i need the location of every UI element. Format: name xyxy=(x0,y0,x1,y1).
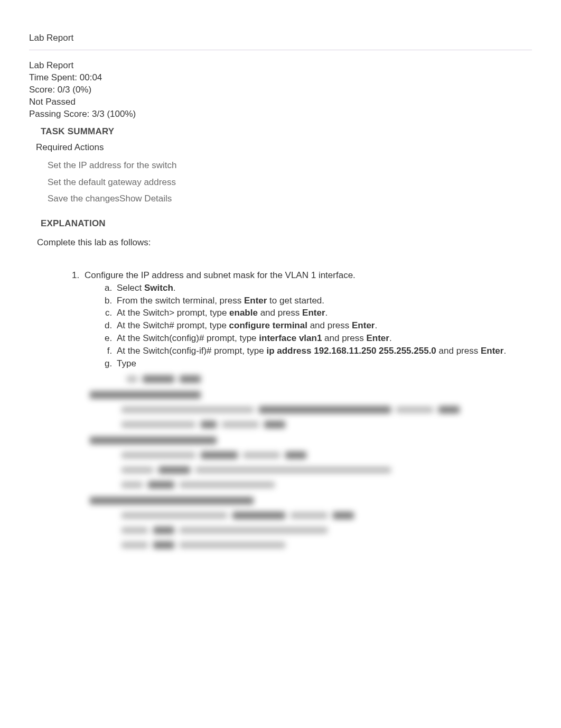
header-block: Lab Report Time Spent: 00:04 Score: 0/3 … xyxy=(29,60,532,121)
time-spent-label: Time Spent: xyxy=(29,72,80,82)
score-label: Score: xyxy=(29,85,58,95)
time-spent: Time Spent: 00:04 xyxy=(29,72,532,84)
steps-list: Configure the IP address and subnet mask… xyxy=(71,269,532,370)
complete-text: Complete this lab as follows: xyxy=(37,236,532,249)
show-details-link[interactable]: Show Details xyxy=(119,193,172,204)
step-1e: At the Switch(config)# prompt, type inte… xyxy=(115,332,532,345)
passing-value: 3/3 (100%) xyxy=(92,109,136,119)
page-title: Lab Report xyxy=(29,32,532,44)
report-title: Lab Report xyxy=(29,60,532,72)
step-1c: At the Switch> prompt, type enable and p… xyxy=(115,307,532,319)
status: Not Passed xyxy=(29,96,532,108)
action-item: Save the changesShow Details xyxy=(48,190,532,207)
actions-list: Set the IP address for the switch Set th… xyxy=(48,157,532,207)
passing-label: Passing Score: xyxy=(29,109,92,119)
step-1d: At the Switch# prompt, type configure te… xyxy=(115,319,532,332)
blurred-content xyxy=(58,373,532,551)
action-item: Set the default gateway address xyxy=(48,174,532,190)
passing-score: Passing Score: 3/3 (100%) xyxy=(29,108,532,121)
task-summary-heading: TASK SUMMARY xyxy=(41,125,532,138)
score: Score: 0/3 (0%) xyxy=(29,84,532,96)
time-spent-value: 00:04 xyxy=(80,72,102,82)
step-1g: Type xyxy=(115,357,532,370)
step-1-substeps: Select Switch. From the switch terminal,… xyxy=(103,282,532,370)
required-actions-label: Required Actions xyxy=(36,141,532,154)
step-1b: From the switch terminal, press Enter to… xyxy=(115,294,532,307)
step-1-title: Configure the IP address and subnet mask… xyxy=(85,270,356,280)
step-1f: At the Switch(config-if)# prompt, type i… xyxy=(115,345,532,357)
action-item-text: Save the changes xyxy=(48,193,119,204)
explanation-heading: EXPLANATION xyxy=(41,217,532,230)
divider xyxy=(29,50,532,50)
step-1: Configure the IP address and subnet mask… xyxy=(82,269,532,370)
score-value: 0/3 (0%) xyxy=(58,85,91,95)
action-item: Set the IP address for the switch xyxy=(48,157,532,173)
step-1a: Select Switch. xyxy=(115,282,532,294)
